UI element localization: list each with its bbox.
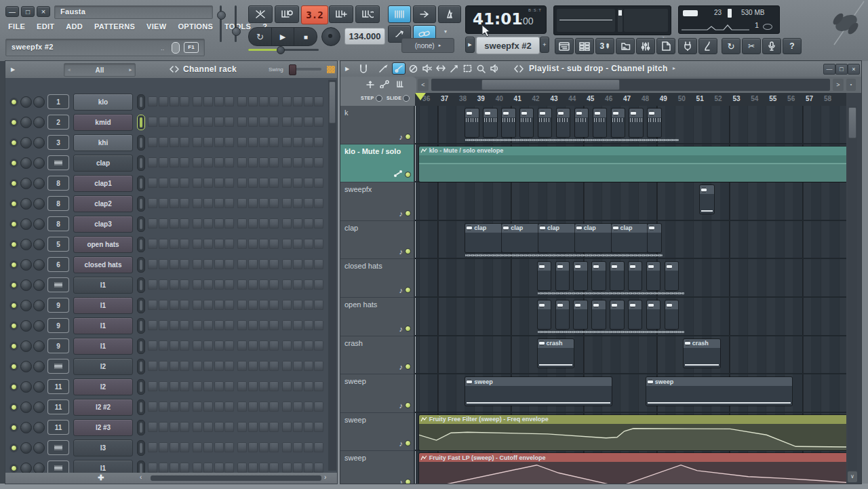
step-cell[interactable]	[224, 218, 234, 229]
step-cell[interactable]	[193, 198, 202, 208]
step-cell[interactable]	[170, 340, 179, 351]
channel-mute-led[interactable]	[11, 140, 17, 146]
step-cell[interactable]	[224, 137, 234, 147]
playlist-track-header[interactable]: klo - Mute / solo	[340, 144, 415, 183]
channel-select-slider[interactable]	[137, 237, 145, 252]
channel-mute-led[interactable]	[11, 241, 17, 248]
playlist-track-header[interactable]: open hats♪	[340, 298, 415, 336]
step-cell[interactable]	[148, 96, 157, 106]
step-cell[interactable]	[282, 259, 292, 269]
step-cell[interactable]	[224, 279, 234, 290]
step-cell[interactable]	[159, 239, 168, 249]
channel-mute-led[interactable]	[11, 180, 17, 187]
note-icon[interactable]: ♪	[399, 439, 403, 448]
step-cell[interactable]	[259, 279, 269, 290]
step-cell[interactable]	[248, 198, 258, 208]
step-cell[interactable]	[248, 279, 258, 290]
playlist-track-header[interactable]: sweep♪	[340, 413, 415, 452]
step-cell[interactable]	[269, 361, 279, 371]
step-cell[interactable]	[214, 259, 224, 269]
step-cell[interactable]	[314, 218, 323, 229]
playlist-track-header[interactable]: k♪	[340, 106, 415, 144]
channel-pan-knob[interactable]	[20, 239, 32, 250]
playlist-track-header[interactable]: clap♪	[340, 221, 415, 260]
step-cell[interactable]	[304, 300, 313, 310]
step-cell[interactable]	[304, 340, 313, 351]
step-cell[interactable]	[248, 300, 258, 310]
step-cell[interactable]	[259, 422, 269, 432]
add-channel-button[interactable]: ✚	[98, 473, 104, 482]
channel-select-slider[interactable]	[137, 216, 145, 232]
step-cell[interactable]	[159, 320, 168, 330]
step-cell[interactable]	[304, 218, 313, 229]
channel-button-l1[interactable]: l1	[73, 460, 133, 473]
pattern-clip[interactable]: clap	[575, 224, 612, 252]
step-cell[interactable]	[314, 259, 323, 269]
note-icon[interactable]: ♪	[399, 402, 403, 410]
step-cell[interactable]	[237, 137, 247, 147]
minimize-button[interactable]: —	[5, 6, 19, 17]
step-cell[interactable]	[282, 239, 292, 249]
step-cell[interactable]	[282, 117, 292, 127]
step-cell[interactable]	[214, 198, 224, 208]
step-cell[interactable]	[259, 96, 269, 106]
step-cell[interactable]	[148, 198, 157, 208]
playlist-scroll-down-button[interactable]: ∨	[848, 471, 857, 482]
channel-volume-knob[interactable]	[33, 117, 45, 128]
step-cell[interactable]	[180, 117, 189, 127]
step-cell[interactable]	[282, 442, 292, 452]
note-icon[interactable]: ♪	[399, 133, 403, 141]
step-cell[interactable]	[293, 96, 302, 106]
step-cell[interactable]	[180, 422, 189, 432]
note-icon[interactable]: ♪	[399, 286, 403, 294]
step-cell[interactable]	[248, 361, 258, 371]
step-cell[interactable]	[314, 381, 323, 391]
step-cell[interactable]	[180, 463, 189, 473]
channel-route-number[interactable]: 11	[47, 399, 69, 414]
step-cell[interactable]	[159, 117, 168, 127]
step-cell[interactable]	[248, 218, 258, 229]
step-cell[interactable]	[224, 361, 234, 371]
menu-item-view[interactable]: VIEW	[146, 22, 166, 33]
step-cell[interactable]	[248, 422, 258, 432]
step-cell[interactable]	[314, 117, 323, 127]
channel-mute-led[interactable]	[11, 302, 17, 309]
step-cell[interactable]	[159, 422, 168, 432]
step-cell[interactable]	[282, 96, 292, 106]
channel-volume-knob[interactable]	[33, 198, 45, 210]
step-cell[interactable]	[304, 137, 313, 147]
step-cell[interactable]	[180, 300, 189, 310]
toggle-browser-button[interactable]	[616, 38, 635, 54]
channel-pan-knob[interactable]	[20, 300, 32, 311]
step-cell[interactable]	[248, 320, 258, 330]
step-cell[interactable]	[314, 178, 323, 188]
step-cell[interactable]	[203, 340, 213, 351]
playlist-vertical-scrollbar[interactable]	[848, 106, 857, 470]
step-cell[interactable]	[269, 320, 279, 330]
step-cell[interactable]	[193, 463, 202, 473]
cut-itself-button[interactable]: ✂	[742, 38, 761, 54]
metronome-button[interactable]	[438, 5, 461, 23]
step-cell[interactable]	[180, 361, 189, 371]
rack-scroll-left[interactable]: ‹	[140, 473, 142, 481]
step-cell[interactable]	[148, 218, 157, 229]
detach-icon[interactable]	[170, 65, 179, 73]
step-cell[interactable]	[224, 259, 234, 269]
step-cell[interactable]	[293, 157, 302, 168]
step-cell[interactable]	[214, 239, 224, 249]
step-cell[interactable]	[170, 117, 179, 127]
step-cell[interactable]	[304, 117, 313, 127]
step-cell[interactable]	[314, 279, 323, 290]
step-cell[interactable]	[304, 320, 313, 330]
note-icon[interactable]: ♪	[399, 478, 403, 484]
step-cell[interactable]	[237, 178, 247, 188]
step-cell[interactable]	[248, 442, 258, 452]
step-cell[interactable]	[203, 463, 213, 473]
step-cell[interactable]	[282, 320, 292, 330]
step-cell[interactable]	[293, 381, 302, 391]
channel-button-l3[interactable]: l3	[73, 439, 133, 456]
step-cell[interactable]	[203, 361, 213, 371]
note-icon[interactable]: ♪	[399, 325, 403, 333]
step-cell[interactable]	[224, 320, 234, 330]
blend-notes-button[interactable]	[248, 5, 273, 23]
